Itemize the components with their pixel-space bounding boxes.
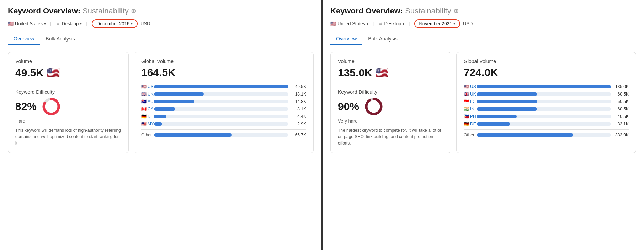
country-chevron-icon: ▾: [44, 22, 46, 26]
global-volume-label: Global Volume: [141, 59, 306, 64]
tab-bulk-analysis[interactable]: Bulk Analysis: [362, 33, 403, 45]
country-flag: 🇺🇸: [141, 84, 147, 89]
tab-overview[interactable]: Overview: [8, 33, 40, 45]
other-label: Other: [464, 132, 474, 137]
device-selector[interactable]: 🖥 Desktop ▾: [55, 21, 82, 26]
kd-row: 90%: [338, 97, 444, 116]
country-flag: 🇮🇩: [464, 99, 469, 104]
bar-row-ph: 🇵🇭 PH 40.5K: [464, 114, 629, 119]
country-flag: 🇺🇸: [464, 84, 469, 89]
bar-row-us: 🇺🇸 US 49.5K: [141, 84, 306, 89]
separator: |: [50, 21, 51, 26]
svg-point-3: [366, 99, 381, 114]
country-flag: 🇦🇺: [141, 99, 147, 104]
date-selector[interactable]: November 2021 ▾: [414, 19, 461, 28]
date-chevron-icon: ▾: [453, 22, 455, 26]
toolbar: 🇺🇸 United States ▾ | 🖥 Desktop ▾ | Novem…: [330, 19, 636, 28]
country-code[interactable]: AU: [148, 99, 154, 104]
kd-sublabel: Hard: [15, 118, 121, 124]
bar-track: [154, 100, 288, 103]
bar-value: 18.1K: [291, 92, 306, 97]
bar-fill: [154, 92, 204, 96]
country-code[interactable]: US: [470, 84, 476, 89]
kd-donut-chart: [42, 97, 61, 116]
other-bar-track: [154, 133, 288, 137]
other-bar-value: 333.9K: [614, 132, 629, 137]
bar-country-us: 🇺🇸 US: [464, 84, 474, 89]
desktop-icon: 🖥: [378, 21, 383, 26]
country-code[interactable]: UK: [470, 92, 476, 97]
bar-track: [154, 92, 288, 96]
cards-row: Volume 49.5K 🇺🇸 Keyword Difficulty 82% H…: [8, 52, 314, 153]
currency-label: USD: [140, 21, 150, 26]
bar-track: [477, 92, 611, 96]
page-title: Keyword Overview: Sustainability ⊕: [330, 6, 636, 16]
bar-row-in: 🇮🇳 IN 60.5K: [464, 107, 629, 112]
tab-overview[interactable]: Overview: [330, 33, 362, 45]
bar-track: [477, 85, 611, 88]
country-flag: 🇬🇧: [141, 92, 147, 97]
other-label: Other: [141, 132, 151, 137]
country-code[interactable]: PH: [470, 114, 476, 119]
panel-right: Keyword Overview: Sustainability ⊕ 🇺🇸 Un…: [323, 0, 644, 250]
global-volume-value: 164.5K: [141, 66, 306, 78]
bar-fill: [477, 85, 611, 88]
bar-country-au: 🇦🇺 AU: [141, 99, 151, 104]
country-code[interactable]: DE: [470, 121, 476, 126]
date-chevron-icon: ▾: [131, 22, 133, 26]
bar-value: 14.8K: [291, 99, 306, 104]
country-code[interactable]: US: [148, 84, 154, 89]
bar-fill: [154, 85, 288, 88]
device-chevron-icon: ▾: [403, 22, 404, 26]
country-flag: 🇨🇦: [141, 107, 147, 112]
country-code[interactable]: DE: [148, 114, 154, 119]
country-code[interactable]: IN: [470, 107, 474, 112]
bar-track: [477, 107, 611, 111]
bars-divider: [464, 129, 629, 130]
other-bar-value: 66.7K: [291, 132, 306, 137]
country-code[interactable]: UK: [148, 92, 154, 97]
country-bars: 🇺🇸 US 135.0K 🇬🇧 UK 60.5K 🇮🇩 ID: [464, 84, 629, 137]
bar-value: 4.4K: [291, 114, 306, 119]
bar-track: [154, 85, 288, 88]
bar-value: 2.9K: [291, 121, 306, 126]
tab-bulk-analysis[interactable]: Bulk Analysis: [40, 33, 80, 45]
volume-flag: 🇺🇸: [47, 66, 60, 79]
kd-label: Keyword Difficulty: [15, 89, 121, 95]
tabs-bar: OverviewBulk Analysis: [8, 33, 314, 45]
kd-description: The hardest keyword to compete for. It w…: [338, 127, 444, 146]
country-code[interactable]: MY: [148, 121, 154, 126]
bar-track: [154, 107, 288, 111]
global-volume-card: Global Volume 724.0K 🇺🇸 US 135.0K 🇬🇧 UK …: [456, 52, 636, 153]
country-code[interactable]: CA: [148, 107, 154, 112]
bar-country-us: 🇺🇸 US: [141, 84, 151, 89]
bar-row-us: 🇺🇸 US 135.0K: [464, 84, 629, 89]
page-title: Keyword Overview: Sustainability ⊕: [8, 6, 314, 16]
volume-label: Volume: [15, 59, 121, 64]
volume-label: Volume: [338, 59, 444, 64]
country-bars: 🇺🇸 US 49.5K 🇬🇧 UK 18.1K 🇦🇺 AU: [141, 84, 306, 137]
desktop-icon: 🖥: [55, 21, 60, 26]
country-label: United States: [337, 21, 365, 26]
country-flag: 🇲🇾: [141, 121, 147, 126]
kd-description: This keyword will demand lots of high-au…: [15, 127, 121, 146]
bar-country-my: 🇲🇾 MY: [141, 121, 151, 126]
country-flag-icon: 🇺🇸: [8, 21, 14, 26]
bar-value: 60.5K: [614, 107, 629, 112]
bar-country-uk: 🇬🇧 UK: [141, 92, 151, 97]
country-selector[interactable]: 🇺🇸 United States ▾: [330, 21, 368, 26]
country-code[interactable]: ID: [470, 99, 474, 104]
country-flag: 🇵🇭: [464, 114, 469, 119]
bar-country-uk: 🇬🇧 UK: [464, 92, 474, 97]
bar-row-ca: 🇨🇦 CA 8.1K: [141, 107, 306, 112]
bar-row-de: 🇩🇪 DE 33.1K: [464, 121, 629, 126]
bar-country-in: 🇮🇳 IN: [464, 107, 474, 112]
date-selector[interactable]: December 2016 ▾: [92, 19, 138, 28]
volume-flag: 🇺🇸: [375, 66, 388, 79]
volume-kd-card: Volume 49.5K 🇺🇸 Keyword Difficulty 82% H…: [8, 52, 129, 153]
global-volume-label: Global Volume: [464, 59, 629, 64]
add-keyword-icon[interactable]: ⊕: [131, 7, 136, 15]
device-selector[interactable]: 🖥 Desktop ▾: [378, 21, 404, 26]
add-keyword-icon[interactable]: ⊕: [453, 7, 459, 15]
country-selector[interactable]: 🇺🇸 United States ▾: [8, 21, 46, 26]
